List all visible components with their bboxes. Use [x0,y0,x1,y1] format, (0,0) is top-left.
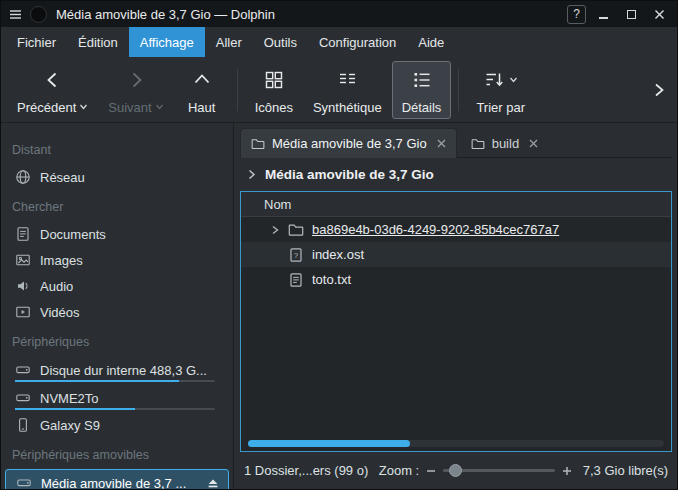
zoom-in-icon[interactable] [562,466,572,476]
menu-outils[interactable]: Outils [253,27,308,57]
minimize-button[interactable] [593,5,614,24]
sidebar-item-videos[interactable]: Vidéos [1,299,233,325]
view-icons-label: Icônes [255,100,293,115]
sort-by-label: Trier par [476,100,525,115]
menu-aller[interactable]: Aller [205,27,253,57]
hamburger-menu-icon[interactable] [8,7,23,22]
documents-icon [15,226,31,242]
sidebar-item-reseau[interactable]: Réseau [1,164,233,190]
sidebar-item-label: Réseau [40,170,85,185]
close-button[interactable] [649,5,670,24]
sidebar-item-label: Vidéos [40,305,80,320]
menu-affichage[interactable]: Affichage [129,27,205,57]
dropdown-caret-icon [79,104,88,110]
toolbar-overflow-icon[interactable] [650,81,671,99]
status-summary: 1 Dossier,...ers (99 o) [244,463,368,478]
harddisk-icon [15,390,31,406]
view-details-button[interactable]: Détails [392,61,452,119]
images-icon [15,252,31,268]
dolphin-app-icon[interactable] [30,6,47,23]
file-row[interactable]: ? index.ost [241,242,671,267]
scrollbar-thumb[interactable] [248,440,410,447]
window-body: Distant Réseau Chercher Documents Images [1,123,677,489]
zoom-slider[interactable] [443,469,555,472]
view-icons-icon [263,67,285,93]
status-bar: 1 Dossier,...ers (99 o) Zoom : 7,3 Gio l… [240,452,672,489]
free-space-label: 7,3 Gio libre(s) [583,463,668,478]
zoom-label: Zoom : [379,463,419,478]
file-name: ba869e4b-03d6-4249-9202-85b4cec767a7 [312,222,559,237]
dropdown-caret-icon [155,104,164,110]
maximize-button[interactable] [621,5,642,24]
disk-usage-bar [15,380,215,382]
sidebar-item-disque-dur-interne[interactable]: Disque dur interne 488,3 G... [1,356,233,384]
expand-arrow-icon[interactable] [269,224,282,236]
svg-text:?: ? [294,250,299,259]
file-row-folder[interactable]: ba869e4b-03d6-4249-9202-85b4cec767a7 [241,217,671,242]
tab-media-amovible[interactable]: Média amovible de 3,7 Gio [240,128,457,158]
sidebar-item-galaxy-s9[interactable]: Galaxy S9 [1,412,233,438]
view-details-icon [411,67,433,93]
section-distant: Distant [1,133,233,164]
menu-aide[interactable]: Aide [407,27,455,57]
sidebar-item-images[interactable]: Images [1,247,233,273]
sidebar-item-audio[interactable]: Audio [1,273,233,299]
disk-usage-bar [15,408,215,410]
sort-by-button[interactable]: Trier par [466,61,535,119]
sidebar-item-label: Galaxy S9 [40,418,100,433]
main-toolbar: Précédent Suivant Haut Icônes Synthét [1,57,677,123]
videos-icon [15,304,31,320]
places-panel: Distant Réseau Chercher Documents Images [1,123,234,489]
sidebar-item-nvme2to[interactable]: NVME2To [1,384,233,412]
column-header-nom[interactable]: Nom [241,192,671,217]
breadcrumb: Média amovible de 3,7 Gio [240,158,672,191]
file-name: toto.txt [312,272,351,287]
zoom-control: Zoom : [379,463,572,478]
window-title: Média amovible de 3,7 Gio — Dolphin [56,7,275,22]
up-button[interactable]: Haut [174,61,230,119]
tab-build[interactable]: build [460,128,549,158]
menu-fichier[interactable]: Fichier [6,27,67,57]
breadcrumb-path[interactable]: Média amovible de 3,7 Gio [265,167,434,182]
eject-icon[interactable] [206,476,220,489]
toolbar-separator [237,69,238,111]
chevron-up-icon [191,67,213,93]
menu-configuration[interactable]: Configuration [308,27,407,57]
zoom-slider-handle[interactable] [449,464,462,477]
sort-icon [483,69,505,91]
file-view: Nom ba869e4b-03d6-4249-9202-85b4cec767a7 [240,191,672,452]
minimize-icon [599,17,608,19]
back-label: Précédent [17,100,76,115]
menu-edition[interactable]: Édition [67,27,129,57]
file-row[interactable]: toto.txt [241,267,671,292]
help-button[interactable]: ? [567,5,586,24]
horizontal-scrollbar[interactable] [248,440,664,447]
back-button[interactable]: Précédent [7,61,98,119]
sidebar-item-label: Audio [40,279,73,294]
sidebar-item-label: NVME2To [40,391,99,406]
close-icon [654,9,665,20]
unknown-file-icon: ? [288,247,304,263]
sidebar-item-media-amovible[interactable]: Média amovible de 3,7 ... [5,469,229,489]
main-area: Média amovible de 3,7 Gio build [234,123,677,489]
sidebar-item-documents[interactable]: Documents [1,221,233,247]
folder-icon [288,222,304,238]
zoom-out-icon[interactable] [426,466,436,476]
audio-icon [15,278,31,294]
tab-label: build [492,136,519,151]
up-label: Haut [188,100,215,115]
text-file-icon [288,272,304,288]
chevron-right-icon[interactable] [245,168,258,181]
forward-button[interactable]: Suivant [98,61,173,119]
section-peripheriques-amovibles: Périphériques amovibles [1,438,233,469]
sidebar-item-label: Images [40,253,83,268]
section-chercher: Chercher [1,190,233,221]
tab-close-icon[interactable] [437,139,446,148]
view-icons-button[interactable]: Icônes [245,61,303,119]
titlebar[interactable]: Média amovible de 3,7 Gio — Dolphin ? [1,1,677,27]
view-compact-button[interactable]: Synthétique [303,61,392,119]
view-compact-icon [336,67,358,93]
tab-label: Média amovible de 3,7 Gio [272,136,427,151]
chevron-left-icon [42,67,64,93]
tab-close-icon[interactable] [529,139,538,148]
